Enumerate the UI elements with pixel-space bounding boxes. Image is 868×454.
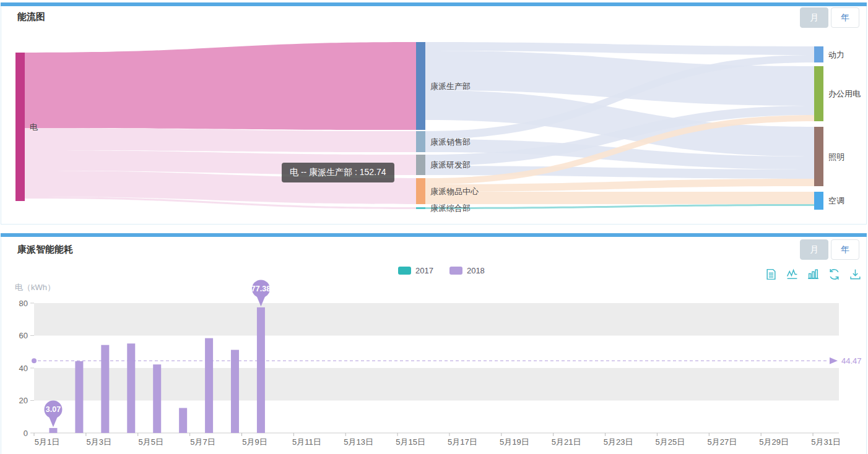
sankey-link[interactable] (425, 192, 814, 204)
y-axis-title: 电（kWh） (15, 282, 55, 293)
sankey-node-label: 办公用电 (828, 89, 861, 98)
data-view-icon[interactable] (765, 268, 778, 281)
month-toggle-button[interactable]: 月 (800, 7, 828, 28)
y-axis-label: 20 (19, 396, 28, 405)
chart-toolbox (765, 268, 862, 281)
refresh-icon[interactable] (828, 268, 841, 281)
x-axis-label: 5月27日 (707, 437, 737, 447)
bar-2018[interactable] (205, 338, 213, 433)
sankey-tooltip: 电 -- 康派生产部 : 152.74 (282, 163, 394, 182)
x-axis-label: 5月11日 (292, 437, 321, 447)
bar-2018[interactable] (101, 345, 109, 433)
sankey-node-label: 照明 (828, 152, 844, 161)
x-axis-label: 5月3日 (87, 437, 111, 447)
value-marker: 77.38 (251, 280, 271, 306)
download-icon[interactable] (849, 268, 862, 281)
sankey-node-label: 电 (30, 122, 38, 132)
grid-band (34, 303, 839, 336)
sankey-link[interactable] (25, 42, 416, 130)
sankey-node[interactable] (814, 192, 823, 210)
year-toggle-button[interactable]: 年 (831, 239, 859, 260)
avg-line-value: 44.47 (841, 356, 862, 366)
svg-text:77.38: 77.38 (251, 285, 271, 293)
bar-2018[interactable] (257, 307, 265, 433)
sankey-node[interactable] (814, 46, 823, 62)
bar-period-toggle: 月 年 (800, 239, 859, 260)
legend-item-2017[interactable]: 2017 (398, 266, 433, 275)
sankey-node[interactable] (416, 207, 425, 209)
year-toggle-button[interactable]: 年 (831, 7, 859, 28)
x-axis-label: 5月1日 (35, 437, 59, 447)
x-axis-label: 5月9日 (242, 437, 267, 447)
sankey-node-label: 康派综合部 (430, 203, 471, 213)
sankey-link[interactable] (25, 128, 416, 152)
legend-swatch-2018 (449, 267, 462, 275)
sankey-node[interactable] (416, 131, 425, 152)
avg-line-arrow (830, 358, 838, 364)
legend-label: 2018 (467, 266, 485, 275)
legend-label: 2017 (415, 266, 433, 275)
sankey-node-label: 康派研发部 (430, 160, 471, 169)
month-toggle-button[interactable]: 月 (800, 239, 828, 260)
value-marker: 3.07 (44, 400, 62, 427)
x-axis-label: 5月7日 (190, 437, 215, 447)
sankey-node-label: 康派物品中心 (430, 187, 479, 196)
sankey-node-label: 空调 (828, 196, 844, 205)
x-axis-label: 5月15日 (396, 437, 425, 447)
y-axis-label: 80 (19, 299, 28, 308)
legend-swatch-2017 (398, 267, 411, 275)
x-axis-label: 5月13日 (344, 437, 373, 447)
sankey-node-label: 康派生产部 (430, 82, 471, 91)
sankey-node[interactable] (15, 53, 25, 201)
x-axis-label: 5月25日 (656, 437, 685, 447)
y-axis-label: 40 (19, 364, 28, 373)
y-axis-label: 60 (19, 331, 28, 340)
sankey-node[interactable] (814, 66, 823, 121)
energy-consumption-panel-title: 康派智能能耗 (17, 244, 73, 255)
x-axis-label: 5月21日 (552, 437, 581, 447)
legend-item-2018[interactable]: 2018 (449, 266, 485, 275)
x-axis-label: 5月19日 (500, 437, 529, 447)
bar-2018[interactable] (231, 350, 239, 433)
sankey-node-label: 康派销售部 (430, 137, 471, 147)
sankey-node[interactable] (416, 178, 425, 204)
sankey-link[interactable] (425, 204, 814, 209)
bar-chart-icon[interactable] (807, 268, 820, 281)
x-axis-label: 5月17日 (448, 437, 477, 447)
bar-2018[interactable] (127, 343, 135, 433)
energy-flow-panel-title: 能流图 (17, 11, 45, 23)
y-axis-label: 0 (24, 429, 28, 438)
svg-text:3.07: 3.07 (46, 405, 61, 414)
x-axis-label: 5月31日 (811, 437, 841, 447)
sankey-diagram: 电康派生产部康派销售部康派研发部康派物品中心康派综合部动力办公用电照明空调 (0, 0, 868, 224)
avg-line-start-dot (32, 358, 37, 363)
sankey-node[interactable] (814, 127, 823, 186)
x-axis-label: 5月5日 (138, 437, 163, 447)
line-chart-icon[interactable] (786, 268, 799, 281)
bar-2018[interactable] (49, 428, 57, 433)
chart-legend: 2017 2018 (398, 266, 485, 275)
bar-2018[interactable] (75, 361, 83, 433)
sankey-period-toggle: 月 年 (800, 7, 859, 28)
sankey-node[interactable] (416, 42, 425, 130)
sankey-node[interactable] (416, 155, 425, 175)
bar-2018[interactable] (153, 364, 161, 433)
x-axis-label: 5月29日 (759, 437, 789, 447)
bar-2018[interactable] (179, 408, 187, 433)
x-axis-label: 5月23日 (604, 437, 633, 447)
sankey-node-label: 动力 (828, 50, 844, 59)
